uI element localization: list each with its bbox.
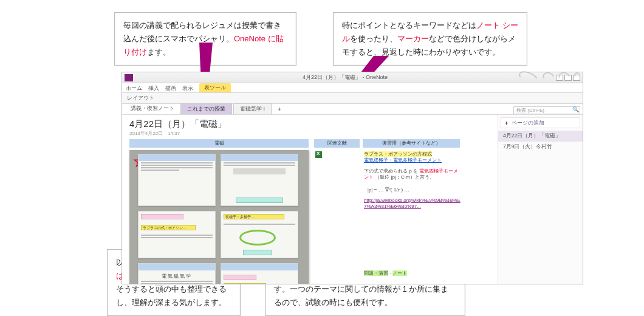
green-circle-annotation [239, 230, 276, 246]
sticky-pink [141, 214, 183, 219]
notebook-name[interactable]: 講義・復習ノート [125, 103, 180, 114]
onenote-window: 4月22日（月）「電磁」 - OneNote ホーム 挿入 描画 表示 表ツール… [122, 72, 583, 284]
window-decoration [518, 72, 580, 83]
highlight: マーカー [397, 34, 429, 43]
section-tab[interactable]: 電磁気学 I [233, 103, 272, 114]
window-title: 4月22日（月）「電磁」 - OneNote [135, 74, 555, 81]
section-tab-bar: 講義・復習ノート これまでの授業 電磁気学 I ＋ 検索 (Ctrl+E) [122, 104, 583, 115]
excel-attachment[interactable] [315, 151, 323, 158]
plus-icon: ＋ [504, 119, 509, 127]
column-header-review: 復習用（参考サイトなど） [363, 139, 460, 148]
sticky-yellow: ラプラスの式・ポアソン… [141, 225, 196, 230]
excel-icon [315, 151, 322, 158]
ribbon-tab-insert[interactable]: 挿入 [148, 84, 159, 92]
text: 特にポイントとなるキーワードなどは [342, 21, 476, 30]
add-page-button[interactable]: ＋ ページの追加 [501, 117, 580, 128]
review-note[interactable]: ラプラス・ポアッソンの方程式 電気双極子・電気多極子モーメント [364, 151, 458, 164]
search-input[interactable]: 検索 (Ctrl+E) [513, 106, 580, 114]
ribbon-strip: レイアウト [122, 93, 583, 104]
note-canvas[interactable]: 4月22日（月）「電磁」 2013年4月22日 14:37 電磁 関連文献 復習… [122, 115, 498, 284]
page-list-pane: ＋ ページの追加 4月22日（月）「電磁」 7月9日（火）今村竹 [498, 115, 583, 284]
text: 下の式で求められる p を [364, 168, 418, 174]
ribbon-tab-layout[interactable]: レイアウト [127, 94, 154, 102]
ribbon-tabs: ホーム 挿入 描画 表示 表ツール [122, 83, 583, 93]
review-note-body[interactable]: 下の式で求められる p を 電気四極子モーメント （単位 |p|：C·m）と言う… [364, 168, 461, 181]
text: ます。 [147, 47, 171, 57]
sticky-cyan [236, 197, 283, 203]
ribbon-tab-view[interactable]: 表示 [182, 84, 193, 92]
section-tab[interactable]: これまでの授業 [180, 103, 232, 114]
page-list-item[interactable]: 4月22日（月）「電磁」 [498, 131, 583, 142]
column-header-lecture: 電磁 [129, 139, 309, 148]
page-list-item[interactable]: 7月9日（火）今村竹 [498, 142, 583, 153]
ribbon-contextual-tab[interactable]: 表ツール [199, 83, 231, 92]
text: を使ったり、 [350, 34, 397, 43]
highlight-yellow: ラプラス・ポアッソンの方程式 [364, 151, 432, 157]
sticky-yellow: 双極子・多極子… [224, 214, 284, 219]
file-menu-button[interactable] [125, 74, 133, 81]
equation: |p| = … ∇²( 1/r ) … [368, 187, 409, 194]
window-titlebar: 4月22日（月）「電磁」 - OneNote [122, 72, 583, 83]
column-header-related: 関連文献 [314, 139, 360, 148]
tag-green: ノート [392, 270, 407, 276]
page-date: 2013年4月22日 14:37 [122, 130, 498, 139]
text: （単位 |p|：C·m）と言う。 [375, 174, 434, 180]
external-link[interactable]: http://ja.wikibooks.org/wiki/%E9%9B%BB%E… [364, 197, 461, 210]
ribbon-tab-draw[interactable]: 描画 [165, 84, 176, 92]
add-page-label: ページの追加 [512, 119, 544, 127]
sheet-title: 電気磁気学 [139, 272, 215, 280]
tag-green: 問題・演習 [364, 270, 388, 276]
add-section-button[interactable]: ＋ [273, 104, 286, 114]
sticky-pink [224, 275, 256, 280]
sticky-cyan [243, 250, 272, 255]
sticky-yellow: 演習… [224, 283, 266, 284]
review-tags[interactable]: 問題・演習 · ノート [364, 270, 407, 276]
pasted-photo[interactable]: ラプラスの式・ポアソン… 双極子・多極子… 電気磁気学 [129, 150, 309, 284]
ribbon-tab-home[interactable]: ホーム [126, 84, 142, 92]
page-title[interactable]: 4月22日（月）「電磁」 [122, 115, 498, 130]
internal-link[interactable]: 電気双極子・電気多極子モーメント [364, 157, 442, 163]
